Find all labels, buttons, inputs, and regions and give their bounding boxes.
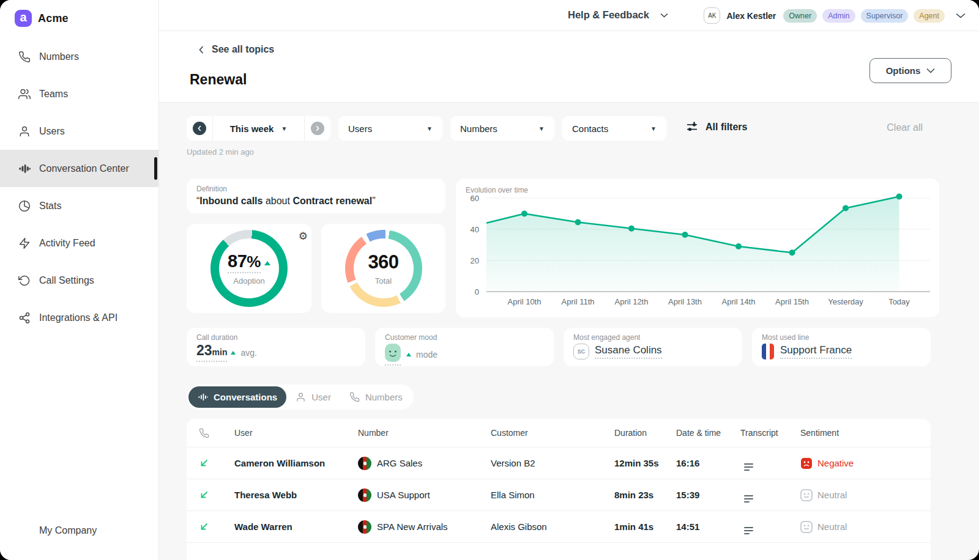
cell-time: 16:16 <box>676 458 740 468</box>
sidebar-item-label: Teams <box>39 89 68 100</box>
chevron-down-icon[interactable] <box>956 13 966 18</box>
sidebar-item-label: Users <box>39 126 65 137</box>
cell-sentiment: Negative <box>800 457 931 470</box>
evolution-title: Evolution over time <box>466 186 528 194</box>
period-dropdown[interactable]: This week ▼ <box>213 123 304 134</box>
gear-icon <box>18 525 31 537</box>
svg-text:April 11th: April 11th <box>562 297 595 306</box>
svg-text:Yesterday: Yesterday <box>828 297 863 306</box>
filter-dropdown-label: Contacts <box>572 123 608 134</box>
table-row[interactable]: Theresa WebbUSA SupportElla Simon8min 23… <box>187 479 931 511</box>
sidebar-item-label: Integrations & API <box>39 312 117 323</box>
evolution-line-chart: 0204060April 10thApril 11thApril 12thApr… <box>456 179 939 317</box>
filter-dropdown-contacts[interactable]: Contacts▼ <box>562 116 666 141</box>
brand-name: Acme <box>38 12 69 25</box>
history-icon <box>18 274 31 287</box>
column-header: User <box>234 428 358 438</box>
table-row[interactable]: Wade WarrenSPA New ArrivalsAlexis Gibson… <box>187 511 931 543</box>
options-label: Options <box>886 65 921 76</box>
user-menu[interactable]: AK Alex Kestler OwnerAdminSupervisorAgen… <box>704 7 966 24</box>
sidebar-item-activity-feed[interactable]: Activity Feed <box>0 224 158 262</box>
all-filters-button[interactable]: All filters <box>687 121 747 133</box>
help-feedback-menu[interactable]: Help & Feedback <box>568 9 668 21</box>
arrow-inbound-icon <box>199 459 209 468</box>
table-row[interactable]: Cameron WilliamsonARG SalesVersion B212m… <box>187 448 931 479</box>
back-to-topics-link[interactable]: See all topics <box>199 44 274 55</box>
transcript-icon[interactable] <box>744 463 753 471</box>
transcript-icon[interactable] <box>744 495 753 503</box>
svg-text:April 14th: April 14th <box>722 297 756 306</box>
transcript-icon[interactable] <box>744 527 753 534</box>
sidebar-item-label: Activity Feed <box>39 238 95 249</box>
main-content: This week ▼ Users▼Numbers▼Contacts▼ All … <box>159 103 979 560</box>
cell-sentiment: Neutral <box>800 521 931 533</box>
negative-sentiment-icon <box>800 457 813 470</box>
lightning-icon <box>18 237 31 249</box>
cell-time: 14:51 <box>676 521 740 532</box>
role-badge-agent: Agent <box>914 9 945 23</box>
adoption-label: Adoption <box>218 276 280 286</box>
role-badge-owner: Owner <box>783 9 817 23</box>
cell-duration: 8min 23s <box>614 490 676 500</box>
conversations-table: UserNumberCustomerDurationDate & timeTra… <box>187 419 931 560</box>
trend-up-icon <box>264 261 270 265</box>
next-period-button[interactable] <box>304 116 330 141</box>
svg-text:40: 40 <box>471 225 479 234</box>
filter-dropdown-label: Users <box>348 123 372 134</box>
tab-label: Conversations <box>214 392 277 402</box>
caret-down-icon: ▼ <box>281 125 287 132</box>
options-button[interactable]: Options <box>869 58 951 83</box>
tab-numbers[interactable]: Numbers <box>340 386 412 408</box>
filter-dropdown-label: Numbers <box>460 123 497 134</box>
definition-text: “Inbound calls about Contract renewal” <box>196 196 436 207</box>
tab-conversations[interactable]: Conversations <box>188 386 286 408</box>
sidebar-item-stats[interactable]: Stats <box>0 187 158 224</box>
adoption-card: ⚙ 87% Adoption <box>187 224 311 313</box>
sidebar-item-my-company[interactable]: My Company <box>0 512 158 549</box>
stat-label: Customer mood <box>385 333 544 342</box>
cell-customer: Alexis Gibson <box>491 521 614 532</box>
arrow-inbound-icon <box>199 490 209 500</box>
sidebar-item-numbers[interactable]: Numbers <box>0 38 158 75</box>
filter-dropdown-users[interactable]: Users▼ <box>338 116 442 141</box>
sidebar-item-label: Conversation Center <box>39 163 129 174</box>
agent-avatar: SC <box>573 344 589 359</box>
stat-value: Susane Colins <box>595 344 662 356</box>
phone-icon <box>199 428 209 438</box>
share-network-icon <box>18 312 31 324</box>
sidebar-item-integrations-api[interactable]: Integrations & API <box>0 299 158 336</box>
waveform-icon <box>18 163 31 175</box>
sidebar-item-teams[interactable]: Teams <box>0 75 158 112</box>
previous-period-button[interactable] <box>187 116 213 141</box>
tab-user[interactable]: User <box>286 386 340 408</box>
user-icon <box>296 392 306 402</box>
sidebar-item-conversation-center[interactable]: Conversation Center <box>0 150 158 187</box>
chevron-left-icon <box>199 46 204 54</box>
column-header: Date & time <box>676 428 740 438</box>
view-tabs: ConversationsUserNumbers <box>187 385 414 410</box>
svg-text:20: 20 <box>471 256 479 265</box>
cell-number: USA Support <box>358 488 491 502</box>
column-header: Customer <box>491 428 614 438</box>
sidebar-item-call-settings[interactable]: Call Settings <box>0 262 158 299</box>
chevron-right-icon <box>316 125 319 131</box>
all-filters-label: All filters <box>705 122 747 133</box>
sidebar-item-users[interactable]: Users <box>0 112 158 150</box>
neutral-sentiment-icon <box>800 489 813 501</box>
filter-dropdown-numbers[interactable]: Numbers▼ <box>450 116 554 141</box>
period-selector: This week ▼ <box>187 116 330 141</box>
cell-sentiment: Neutral <box>800 489 931 501</box>
caret-down-icon: ▼ <box>426 125 433 132</box>
gear-icon[interactable]: ⚙ <box>299 230 308 243</box>
clear-all-button[interactable]: Clear all <box>887 122 923 133</box>
stat-label: Most used line <box>762 333 921 342</box>
stat-value: Support France <box>780 344 852 356</box>
sidebar-item-label: Call Settings <box>39 275 94 286</box>
cell-duration: 1min 41s <box>614 521 676 532</box>
chevron-down-icon <box>926 68 935 73</box>
total-card: 360 Total <box>321 224 445 313</box>
filter-bar: This week ▼ Users▼Numbers▼Contacts▼ All … <box>187 116 951 141</box>
waveform-icon <box>198 392 208 402</box>
phone-icon <box>349 392 360 402</box>
stat-side-label: avg. <box>240 348 256 358</box>
